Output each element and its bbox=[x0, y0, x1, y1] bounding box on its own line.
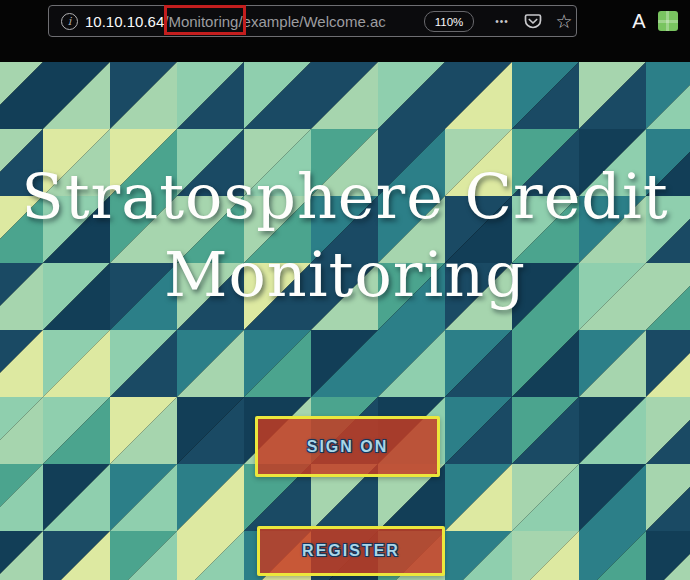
page-hero: Stratosphere Credit Monitoring SIGN ON R… bbox=[0, 62, 690, 580]
register-button[interactable]: REGISTER bbox=[257, 526, 445, 576]
page-title-line-2: Monitoring bbox=[0, 236, 690, 314]
bookmark-star-icon[interactable]: ☆ bbox=[553, 6, 575, 36]
zoom-level-badge[interactable]: 110% bbox=[424, 11, 474, 32]
url-bar[interactable]: i 10.10.10.64/Monitoring/example/Welcome… bbox=[48, 5, 577, 37]
page-title-line-1: Stratosphere Credit bbox=[0, 158, 690, 236]
url-path: /Monitoring/example/Welcome.ac bbox=[164, 13, 385, 30]
extension-a-button[interactable]: A bbox=[627, 8, 651, 34]
page-actions-ellipsis-icon[interactable]: ••• bbox=[489, 6, 515, 36]
browser-toolbar: i 10.10.10.64/Monitoring/example/Welcome… bbox=[0, 0, 690, 62]
site-info-icon[interactable]: i bbox=[61, 13, 78, 30]
url-fade-overlay bbox=[381, 7, 423, 35]
page-title: Stratosphere Credit Monitoring bbox=[0, 62, 690, 314]
url-host: 10.10.10.64 bbox=[85, 13, 164, 30]
url-text: 10.10.10.64/Monitoring/example/Welcome.a… bbox=[85, 6, 421, 36]
extension-grid-icon[interactable] bbox=[658, 11, 678, 31]
sign-on-button[interactable]: SIGN ON bbox=[255, 416, 440, 477]
pocket-icon[interactable] bbox=[523, 11, 543, 31]
